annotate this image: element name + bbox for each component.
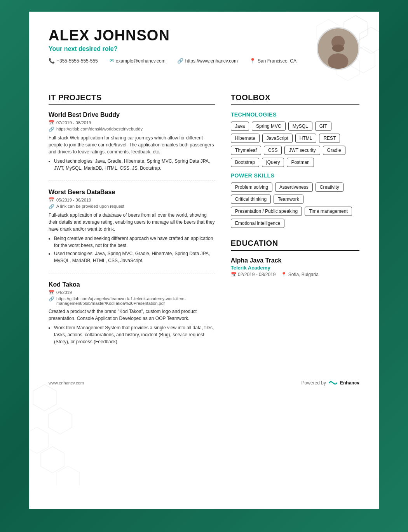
candidate-name: ALEX JOHNSON: [49, 27, 301, 44]
profile-photo: [317, 27, 359, 70]
projects-container: World Best Drive Buddy 📅 07/2019 - 08/20…: [49, 111, 215, 354]
link-icon: 🔗: [49, 204, 54, 209]
location-contact: 📍 San Francisco, CA: [249, 58, 296, 64]
project-title: Kod Takoa: [49, 281, 215, 288]
skill-tag: Presentation / Public speaking: [231, 207, 302, 216]
project-date-text: 05/2019 - 06/2019: [56, 198, 91, 202]
footer-website: www.enhancv.com: [49, 381, 84, 385]
left-column: IT PROJECTS World Best Drive Buddy 📅 07/…: [49, 82, 215, 362]
project-date: 📅 07/2019 - 08/2019: [49, 120, 215, 125]
projects-section-title: IT PROJECTS: [49, 93, 215, 105]
skill-tag: Problem solving: [231, 183, 272, 192]
contact-info: 📞 +355-5555-555-555 ✉ example@enhancv.co…: [49, 58, 301, 64]
project-link: 🔗 https://gitlab.com/denski/worldbestdri…: [49, 127, 215, 132]
education-degree: Alpha Java Track: [231, 257, 359, 264]
education-school: Telerik Academy: [231, 265, 359, 271]
tech-tag: Spring MVC: [252, 122, 286, 131]
project-item: Worst Beers DataBase 📅 05/2019 - 06/2019…: [49, 189, 215, 273]
project-title: World Best Drive Buddy: [49, 111, 215, 118]
toolbox-section-title: TOOLBOX: [231, 93, 359, 105]
power-skills-title: POWER SKILLS: [231, 172, 359, 179]
candidate-role: Your next desired role?: [49, 45, 301, 52]
calendar-icon: 📅: [49, 290, 54, 295]
bullet-item: Work Item Management System that provide…: [54, 324, 215, 345]
tech-tag: Postman: [287, 158, 314, 167]
tech-tag: Gradle: [323, 146, 345, 155]
website-contact: 🔗 https://www.enhancv.com: [177, 58, 238, 64]
bullet-item: Used technologies: Java, Spring MVC, Gra…: [54, 250, 215, 264]
svg-point-14: [332, 45, 344, 52]
phone-icon: 📞: [49, 58, 55, 64]
tech-tag: REST: [319, 134, 340, 143]
email-contact: ✉ example@enhancv.com: [110, 58, 166, 64]
project-link: 🔗 https://gitlab.com/aj.angelov/teamwork…: [49, 296, 215, 306]
technologies-tags: JavaSpring MVCMySQLGITHibernateJavaScrip…: [231, 122, 359, 167]
footer-brand: Powered by Enhancv: [302, 380, 359, 386]
skill-tag: Assertiveness: [275, 183, 313, 192]
brand-name: Enhancv: [340, 380, 359, 386]
project-description: Created a product with the brand "Kod Ta…: [49, 308, 215, 322]
project-date: 📅 04/2019: [49, 290, 215, 295]
phone-number: +355-5555-555-555: [57, 58, 98, 64]
svg-point-13: [328, 53, 349, 69]
edu-calendar-icon: 📅 02/2019 - 08/2019: [231, 272, 276, 277]
tech-tag: Hibernate: [231, 134, 260, 143]
education-item: Alpha Java Track Telerik Academy 📅 02/20…: [231, 257, 359, 277]
project-link: 🔗 A link can be provided upon request: [49, 204, 215, 209]
project-date-text: 07/2019 - 08/2019: [56, 120, 91, 125]
link-icon: 🔗: [177, 58, 183, 64]
right-column: TOOLBOX TECHNOLOGIES JavaSpring MVCMySQL…: [231, 82, 359, 362]
tech-tag: MySQL: [288, 122, 312, 131]
project-description: Full-stack Web application for sharing c…: [49, 134, 215, 155]
location-icon: 📍: [249, 58, 256, 64]
svg-marker-8: [29, 427, 49, 454]
tech-tag: jQuery: [262, 158, 284, 167]
tech-tag: JavaScript: [262, 134, 293, 143]
powered-by-text: Powered by: [302, 380, 326, 386]
project-date: 📅 05/2019 - 06/2019: [49, 197, 215, 203]
skill-tag: Creativity: [316, 183, 343, 192]
skill-tag: Critical thinking: [231, 195, 271, 204]
project-link-text: https://gitlab.com/aj.angelov/teamwork-1…: [56, 296, 215, 306]
tech-tag: JWT security: [284, 146, 320, 155]
power-skills-tags: Problem solvingAssertivenessCreativityCr…: [231, 183, 359, 228]
email-address: example@enhancv.com: [116, 58, 166, 64]
skill-tag: Time management: [305, 207, 352, 216]
phone-contact: 📞 +355-5555-555-555: [49, 58, 98, 64]
svg-marker-7: [49, 408, 72, 434]
footer: www.enhancv.com Powered by Enhancv: [29, 374, 379, 392]
project-link-text: https://gitlab.com/denski/worldbestdrive…: [56, 127, 143, 131]
svg-marker-10: [56, 466, 80, 485]
header-section: ALEX JOHNSON Your next desired role? 📞 +…: [29, 12, 379, 82]
email-icon: ✉: [110, 58, 114, 64]
project-bullets: Work Item Management System that provide…: [49, 324, 215, 345]
tech-tag: GIT: [315, 122, 331, 131]
education-container: Alpha Java Track Telerik Academy 📅 02/20…: [231, 257, 359, 277]
project-bullets: Being creative and seeking different app…: [49, 235, 215, 264]
bullet-item: Being creative and seeking different app…: [54, 235, 215, 249]
main-content: IT PROJECTS World Best Drive Buddy 📅 07/…: [29, 82, 379, 362]
tech-tag: Java: [231, 122, 249, 131]
tech-tag: Thymeleaf: [231, 146, 261, 155]
bullet-item: Used technologies: Java, Gradle, Hiberna…: [54, 158, 215, 172]
tech-tag: Bootstrap: [231, 158, 259, 167]
resume-page: ALEX JOHNSON Your next desired role? 📞 +…: [29, 12, 379, 509]
project-link-text: A link can be provided upon request: [56, 204, 124, 209]
project-item: World Best Drive Buddy 📅 07/2019 - 08/20…: [49, 111, 215, 181]
link-icon: 🔗: [49, 296, 54, 302]
project-date-text: 04/2019: [56, 290, 72, 295]
tech-tag: HTML: [295, 134, 317, 143]
calendar-icon: 📅: [49, 120, 54, 125]
project-description: Full-stack application of a database of …: [49, 212, 215, 233]
tech-tag: CSS: [264, 146, 282, 155]
project-bullets: Used technologies: Java, Gradle, Hiberna…: [49, 158, 215, 172]
svg-marker-9: [41, 447, 64, 473]
technologies-title: TECHNOLOGIES: [231, 111, 359, 118]
location-text: San Francisco, CA: [258, 58, 296, 64]
header-left: ALEX JOHNSON Your next desired role? 📞 +…: [49, 27, 301, 64]
project-item: Kod Takoa 📅 04/2019 🔗 https://gitlab.com…: [49, 281, 215, 354]
brand-logo-icon: [328, 380, 338, 386]
website-url: https://www.enhancv.com: [185, 58, 238, 64]
calendar-icon: 📅: [49, 197, 54, 203]
skill-tag: Emotional intelligence: [231, 219, 285, 228]
